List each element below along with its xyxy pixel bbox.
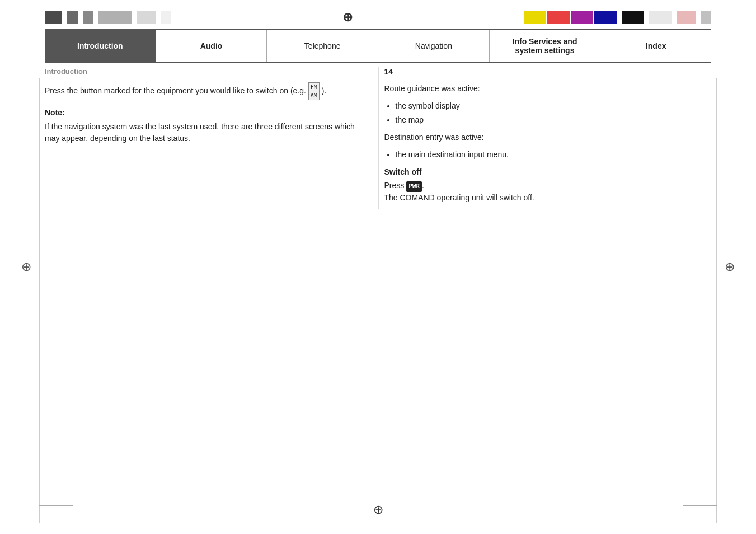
bar-seg — [524, 11, 546, 24]
switch-off-press-text: Press — [384, 181, 405, 190]
note-label: Note: — [45, 107, 361, 119]
route-active-text: Route guidance was active: — [384, 83, 712, 95]
bar-seg — [45, 11, 62, 24]
color-bar-top: ⊕ — [45, 0, 711, 25]
bar-seg — [701, 11, 711, 24]
tab-telephone[interactable]: Telephone — [267, 30, 378, 62]
bar-seg — [594, 11, 617, 24]
fm-am-icon: FMAM — [308, 82, 320, 100]
list-item-map: the map — [396, 114, 712, 126]
bar-seg — [673, 11, 675, 24]
bar-seg — [79, 11, 82, 24]
switch-off-period: . — [422, 181, 424, 190]
bottom-line-right — [683, 505, 717, 506]
tab-introduction[interactable]: Introduction — [45, 30, 156, 62]
tab-introduction-label: Introduction — [77, 41, 123, 50]
bar-seg — [157, 11, 160, 24]
pwr-badge: PWR — [406, 181, 422, 192]
tab-navigation-label: Navigation — [415, 41, 452, 50]
page-number: 14 — [384, 67, 712, 76]
bar-seg — [697, 11, 700, 24]
bar-seg — [618, 11, 621, 24]
right-column: 14 Route guidance was active: the symbol… — [378, 67, 712, 209]
bar-seg — [83, 11, 93, 24]
nav-tabs: Introduction Audio Telephone Navigation … — [45, 29, 711, 63]
bottom-line-left — [39, 505, 73, 506]
switch-off-title: Switch off — [384, 167, 712, 176]
tab-telephone-label: Telephone — [304, 41, 341, 50]
bar-seg — [94, 11, 97, 24]
tab-index-label: Index — [646, 41, 666, 50]
bar-right — [524, 11, 711, 24]
border-right-line — [716, 78, 717, 523]
tab-info-services[interactable]: Info Services andsystem settings — [490, 30, 601, 62]
tab-index[interactable]: Index — [600, 30, 711, 62]
switch-off-para: Press PWR. The COMAND operating unit wil… — [384, 180, 712, 204]
content-area: Introduction Press the button marked for… — [45, 65, 711, 209]
bar-seg — [98, 11, 132, 24]
bar-seg — [571, 11, 593, 24]
crosshair-bottom-icon: ⊕ — [373, 503, 383, 517]
route-active-list: the symbol display the map — [396, 100, 712, 126]
tab-navigation[interactable]: Navigation — [378, 30, 490, 62]
left-para2: If the navigation system was the last sy… — [45, 121, 361, 144]
bar-seg — [645, 11, 648, 24]
bar-seg — [137, 11, 156, 24]
crosshair-center-icon: ⊕ — [342, 10, 353, 25]
tab-info-services-label: Info Services andsystem settings — [513, 37, 577, 55]
page-wrapper: ⊕ Introduction Audio Telephone Naviga — [0, 0, 756, 534]
bar-seg — [133, 11, 135, 24]
bar-seg — [67, 11, 78, 24]
bar-seg — [649, 11, 672, 24]
tab-audio-label: Audio — [200, 41, 223, 50]
left-para1: Press the button marked for the equipmen… — [45, 82, 361, 100]
bar-seg — [63, 11, 65, 24]
crosshair-left-icon: ⊕ — [21, 260, 31, 274]
dest-active-text: Destination entry was active: — [384, 132, 712, 143]
bar-seg — [161, 11, 171, 24]
switch-off-desc: The COMAND operating unit will switch of… — [384, 193, 534, 202]
bar-seg — [547, 11, 570, 24]
border-left-line — [39, 78, 40, 523]
list-item-main-dest: the main destination input menu. — [396, 149, 712, 161]
left-column: Introduction Press the button marked for… — [45, 67, 378, 209]
list-item-symbol: the symbol display — [396, 100, 712, 112]
tab-audio[interactable]: Audio — [156, 30, 267, 62]
crosshair-right-icon: ⊕ — [725, 260, 735, 274]
section-title: Introduction — [45, 67, 361, 76]
dest-active-list: the main destination input menu. — [396, 149, 712, 161]
bar-seg — [677, 11, 696, 24]
bar-left — [45, 11, 171, 24]
bar-seg — [622, 11, 644, 24]
